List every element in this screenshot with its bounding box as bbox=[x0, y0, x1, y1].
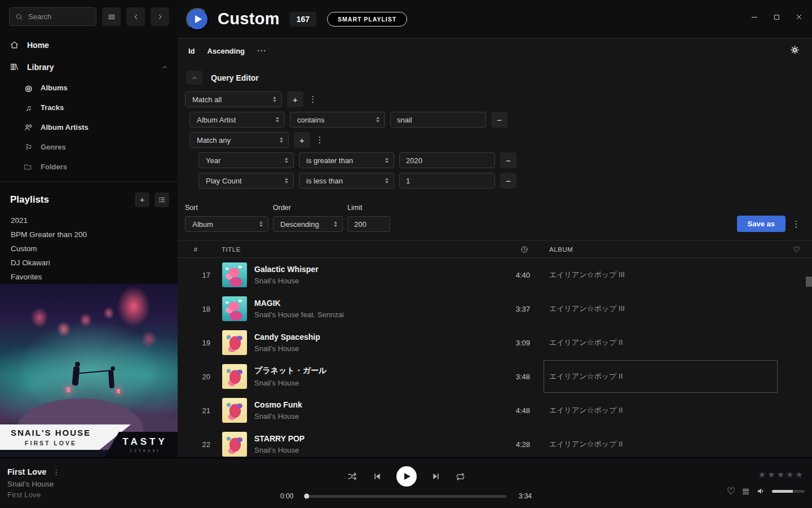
column-header-index[interactable]: # bbox=[178, 246, 214, 253]
previous-button[interactable] bbox=[373, 472, 382, 481]
rule-value-input[interactable] bbox=[399, 173, 495, 189]
art-album-name: FIRST LOVE bbox=[6, 440, 96, 446]
track-number: 22 bbox=[178, 440, 214, 449]
sidebar-menu-button[interactable] bbox=[102, 7, 121, 26]
playlists-title: Playlists bbox=[10, 194, 130, 205]
settings-button[interactable] bbox=[790, 45, 800, 56]
column-header-title[interactable]: TITLE bbox=[214, 246, 485, 253]
track-row[interactable]: 21 Cosmo Funk Snail’s House 4:48 エイリアン☆ポ… bbox=[178, 393, 812, 427]
sidebar-item-albums[interactable]: ◎ Albums bbox=[0, 78, 178, 98]
rule-operator-select[interactable]: is greater than bbox=[299, 152, 394, 168]
track-album-focused-cell[interactable]: エイリアン☆ポップ II bbox=[530, 360, 781, 393]
collapse-query-editor-button[interactable] bbox=[186, 71, 202, 85]
repeat-button[interactable] bbox=[455, 471, 466, 482]
column-header-album[interactable]: ALBUM bbox=[530, 246, 781, 253]
track-album[interactable]: エイリアン☆ポップ II bbox=[530, 326, 781, 360]
track-album[interactable]: エイリアン☆ポップ II bbox=[530, 427, 781, 457]
sort-field-button[interactable]: Id bbox=[188, 47, 195, 55]
track-info: Galactic Whisper Snail’s House bbox=[246, 265, 485, 285]
order-select[interactable]: Descending bbox=[273, 216, 343, 232]
playlist-item[interactable]: DJ Okawari bbox=[0, 256, 178, 270]
favorite-button[interactable]: ♡ bbox=[727, 487, 735, 496]
rating-stars[interactable]: ★★★★★ bbox=[758, 470, 805, 480]
playlist-item[interactable]: Favorites bbox=[0, 270, 178, 284]
nav-back-button[interactable] bbox=[126, 7, 145, 26]
track-row[interactable]: 19 Candy Spaceship Snail’s House 3:09 エイ… bbox=[178, 326, 812, 360]
sort-select[interactable]: Album bbox=[185, 216, 268, 232]
play-pause-button[interactable] bbox=[396, 466, 417, 487]
art-artist-name: SNAIL'S HOUSE bbox=[6, 428, 96, 437]
sidebar-item-home[interactable]: Home bbox=[0, 34, 178, 56]
search-input[interactable] bbox=[28, 12, 90, 21]
now-playing-artist[interactable]: Snail’s House bbox=[7, 480, 60, 488]
rule-field-select[interactable]: Year bbox=[198, 152, 294, 168]
remove-rule-button[interactable]: − bbox=[500, 152, 517, 168]
add-rule-button[interactable]: + bbox=[294, 132, 310, 148]
sidebar-item-label: Genres bbox=[41, 143, 66, 151]
sidebar-item-album-artists[interactable]: Album Artists bbox=[0, 117, 178, 137]
add-playlist-button[interactable]: + bbox=[135, 192, 149, 207]
sidebar-item-library[interactable]: Library bbox=[0, 56, 178, 78]
track-info: Cosmo Funk Snail’s House bbox=[246, 400, 485, 421]
playlist-item[interactable]: Custom bbox=[0, 242, 178, 256]
track-album[interactable]: エイリアン☆ポップ II bbox=[530, 393, 781, 427]
save-as-button[interactable]: Save as bbox=[737, 216, 785, 232]
sidebar-item-genres[interactable]: ⚐ Genres bbox=[0, 137, 178, 157]
close-button[interactable] bbox=[795, 13, 803, 21]
rule-value-input[interactable] bbox=[399, 152, 495, 168]
queue-button[interactable] bbox=[741, 487, 751, 496]
play-playlist-button[interactable] bbox=[186, 8, 209, 30]
remove-rule-button[interactable]: − bbox=[500, 173, 517, 189]
playlist-item[interactable]: 2021 bbox=[0, 213, 178, 227]
total-time: 3:34 bbox=[514, 492, 532, 500]
limit-input[interactable] bbox=[347, 216, 390, 232]
track-cover-art bbox=[222, 432, 247, 457]
track-row[interactable]: 17 Galactic Whisper Snail’s House 4:40 エ… bbox=[178, 258, 812, 292]
hamburger-icon bbox=[107, 12, 116, 21]
sidebar-item-tracks[interactable]: ♫ Tracks bbox=[0, 98, 178, 117]
nav-forward-button[interactable] bbox=[151, 7, 169, 26]
rule-operator-select[interactable]: contains bbox=[290, 112, 385, 128]
group-menu-button[interactable]: ⋮ bbox=[315, 135, 324, 145]
sort-direction-button[interactable]: Ascending bbox=[208, 47, 245, 55]
next-button[interactable] bbox=[431, 472, 440, 481]
now-playing-art[interactable]: SNAIL'S HOUSE FIRST LOVE TASTY ΞΞΤΛΛΧΙ bbox=[0, 284, 178, 457]
sidebar-item-folders[interactable]: Folders bbox=[0, 157, 178, 177]
search-box[interactable] bbox=[9, 7, 96, 26]
sort-order-limit-row: Sort Album Order Descending bbox=[185, 204, 812, 232]
volume-slider[interactable] bbox=[772, 490, 805, 493]
column-header-duration[interactable] bbox=[485, 246, 530, 253]
track-row[interactable]: 22 STARRY POP Snail’s House 4:28 エイリアン☆ポ… bbox=[178, 427, 812, 457]
seek-bar[interactable] bbox=[306, 495, 506, 498]
rule-value-input[interactable] bbox=[390, 112, 486, 128]
now-playing-album[interactable]: First Love bbox=[7, 491, 60, 499]
group-menu-button[interactable]: ⋮ bbox=[308, 94, 317, 104]
maximize-button[interactable] bbox=[773, 13, 780, 21]
track-album[interactable]: エイリアン☆ポップ III bbox=[530, 258, 781, 292]
match-type-select[interactable]: Match all bbox=[185, 91, 282, 107]
playlist-item[interactable]: BPM Greater than 200 bbox=[0, 227, 178, 242]
seek-handle[interactable] bbox=[304, 494, 309, 499]
now-playing-menu-button[interactable]: ⋮ bbox=[52, 468, 60, 476]
rule-operator-select[interactable]: is less than bbox=[299, 173, 394, 189]
scrollbar-thumb[interactable] bbox=[806, 277, 812, 287]
rule-field-select[interactable]: Album Artist bbox=[189, 112, 285, 128]
match-type-select[interactable]: Match any bbox=[189, 132, 289, 148]
more-options-button[interactable]: ··· bbox=[257, 46, 267, 55]
playlist-list-button[interactable] bbox=[155, 192, 169, 207]
track-row[interactable]: 18 MAGIK Snail’s House feat. Sennzai 3:3… bbox=[178, 292, 812, 326]
chevron-up-icon[interactable] bbox=[161, 64, 168, 71]
track-album[interactable]: エイリアン☆ポップ III bbox=[530, 292, 781, 326]
app-window: Home Library ◎ Albums ♫ Tracks bbox=[0, 0, 812, 508]
minimize-button[interactable] bbox=[751, 13, 758, 21]
remove-rule-button[interactable]: − bbox=[491, 112, 508, 128]
previous-icon bbox=[373, 472, 382, 481]
add-rule-button[interactable]: + bbox=[287, 91, 303, 107]
rule-field-select[interactable]: Play Count bbox=[198, 173, 294, 189]
shuffle-button[interactable] bbox=[347, 471, 358, 482]
save-menu-button[interactable]: ⋮ bbox=[792, 219, 801, 229]
volume-button[interactable] bbox=[756, 486, 766, 496]
column-header-favorite[interactable]: ♡ bbox=[781, 245, 812, 254]
track-duration: 3:09 bbox=[485, 339, 530, 347]
track-row[interactable]: 20 プラネット・ガール Snail’s House 3:48 エイリアン☆ポッ… bbox=[178, 360, 812, 393]
